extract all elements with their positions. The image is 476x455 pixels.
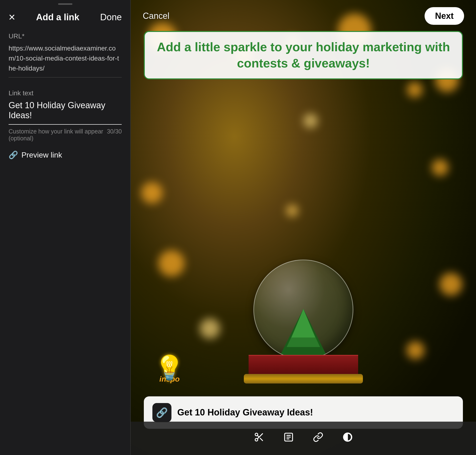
globe-stand-bottom <box>244 374 363 383</box>
next-button[interactable]: Next <box>425 7 464 25</box>
headline-text: Add a little sparkle to your holiday mar… <box>157 40 450 70</box>
url-input[interactable]: https://www.socialmediaexaminer.com/10-s… <box>8 43 122 77</box>
bokeh-9 <box>303 114 318 128</box>
char-count: 30/30 <box>107 128 122 142</box>
preview-link-button[interactable]: 🔗 Preview link <box>0 142 130 168</box>
scissors-button[interactable] <box>252 430 267 447</box>
link-text-input[interactable]: Get 10 Holiday Giveaway Ideas! <box>8 100 122 125</box>
hint-text: Customize how your link will appear (opt… <box>8 128 107 142</box>
bokeh-12 <box>286 205 298 217</box>
dialog-title: Add a link <box>36 12 79 22</box>
bokeh-8 <box>440 273 462 296</box>
lightbulb-icon: 💡 <box>155 356 184 379</box>
link-sticker-text: Get 10 Holiday Giveaway Ideas! <box>177 407 313 418</box>
bokeh-7 <box>158 250 184 276</box>
svg-line-4 <box>257 435 259 437</box>
bokeh-11 <box>406 341 424 359</box>
bokeh-13 <box>407 82 422 98</box>
theme-button[interactable] <box>340 430 355 447</box>
svg-line-3 <box>260 438 263 441</box>
story-background: Cancel Next Add a little sparkle to your… <box>131 0 476 455</box>
link-button[interactable] <box>310 430 326 447</box>
close-button[interactable]: × <box>8 11 15 23</box>
done-button[interactable]: Done <box>100 12 122 22</box>
bokeh-10 <box>200 318 220 339</box>
url-label: URL* <box>8 32 122 40</box>
bokeh-5 <box>141 182 163 203</box>
inspo-sticker[interactable]: 💡 inspo <box>155 356 184 383</box>
link-text-label: Link text <box>8 89 122 97</box>
left-panel: × Add a link Done URL* https://www.socia… <box>0 0 130 455</box>
snow-globe <box>241 260 365 403</box>
left-header: × Add a link Done <box>0 5 130 28</box>
bottom-toolbar <box>131 422 476 455</box>
url-section: URL* https://www.socialmediaexaminer.com… <box>0 28 130 82</box>
bokeh-6 <box>432 159 448 176</box>
headline-sticker[interactable]: Add a little sparkle to your holiday mar… <box>144 31 463 79</box>
preview-link-label: Preview link <box>21 151 62 159</box>
story-header: Cancel Next <box>131 7 476 25</box>
cancel-button[interactable]: Cancel <box>143 11 169 21</box>
globe-tree <box>279 309 327 357</box>
link-sticker-icon: 🔗 <box>152 403 171 422</box>
story-editor-panel: Cancel Next Add a little sparkle to your… <box>131 0 476 455</box>
link-text-hint-row: Customize how your link will appear (opt… <box>8 128 122 142</box>
globe-glass <box>253 260 353 360</box>
external-link-icon: 🔗 <box>8 150 18 159</box>
text-button[interactable] <box>281 430 296 447</box>
link-text-section: Link text Get 10 Holiday Giveaway Ideas!… <box>0 82 130 142</box>
